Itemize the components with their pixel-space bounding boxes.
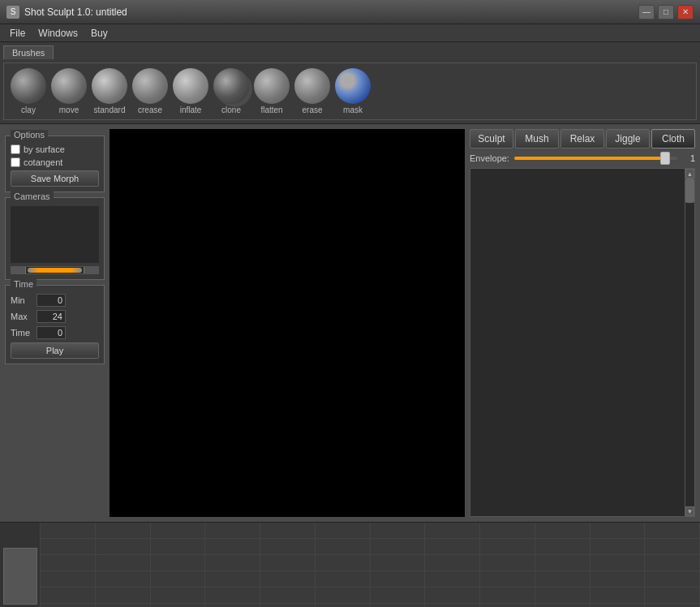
time-max-row: Max: [11, 310, 99, 323]
brush-clone[interactable]: clone: [213, 68, 249, 114]
brush-ball-standard: [92, 68, 127, 104]
timeline-cell: [205, 604, 260, 607]
timeline-cell: [205, 555, 260, 570]
menu-file[interactable]: File: [3, 26, 32, 41]
play-button[interactable]: Play: [11, 342, 99, 359]
brush-move[interactable]: move: [51, 68, 87, 114]
timeline-cell: [371, 523, 426, 538]
time-max-input[interactable]: [37, 310, 66, 323]
cameras-scroll-left[interactable]: [11, 267, 26, 273]
timeline-cell: [316, 571, 371, 587]
brush-ball-inflate: [173, 68, 208, 104]
timeline-cell: [316, 539, 371, 554]
timeline-cell: [96, 523, 151, 538]
timeline-left: [0, 523, 41, 607]
brush-crease[interactable]: crease: [132, 68, 168, 114]
time-time-input[interactable]: [37, 326, 66, 339]
timeline-cell: [535, 539, 590, 554]
timeline-cell: [371, 604, 426, 607]
timeline-thumb[interactable]: [3, 548, 37, 605]
keyframes-scrollbar-vertical[interactable]: ▲ ▼: [685, 169, 694, 516]
timeline-cell: [371, 588, 426, 603]
brushes-tab[interactable]: Brushes: [3, 45, 54, 59]
tab-mush[interactable]: Mush: [515, 129, 559, 149]
timeline-cell: [151, 539, 206, 554]
cameras-panel: Cameras: [5, 197, 105, 280]
save-morph-button[interactable]: Save Morph: [11, 170, 99, 187]
minimize-button[interactable]: —: [638, 5, 655, 19]
brush-label-clay: clay: [21, 105, 36, 114]
envelope-label: Envelope:: [470, 153, 509, 163]
scroll-up-button[interactable]: ▲: [685, 169, 694, 179]
close-button[interactable]: ✕: [677, 5, 694, 19]
mode-tabs: Sculpt Mush Relax Jiggle Cloth: [470, 129, 695, 149]
brush-ball-clone: [213, 68, 249, 104]
tab-sculpt[interactable]: Sculpt: [470, 129, 513, 149]
timeline-cell: [535, 555, 590, 570]
brush-ball-mask: [335, 68, 371, 104]
timeline-cell: [425, 523, 480, 538]
viewport[interactable]: [110, 129, 465, 517]
timeline-cell: [316, 604, 371, 607]
scroll-down-button[interactable]: ▼: [685, 506, 694, 516]
brush-label-erase: erase: [302, 105, 322, 114]
cameras-scroll-track: [28, 268, 82, 273]
time-min-input[interactable]: [37, 294, 66, 307]
timeline-cell: [645, 571, 700, 587]
timeline-cell: [41, 539, 96, 554]
timeline-cell: [260, 571, 316, 587]
options-title: Options: [11, 130, 48, 140]
brush-erase[interactable]: erase: [294, 68, 330, 114]
brush-clay[interactable]: clay: [11, 68, 46, 114]
cameras-scrollbar[interactable]: [11, 266, 99, 274]
menu-windows[interactable]: Windows: [32, 26, 84, 41]
by-surface-checkbox[interactable]: [11, 144, 20, 154]
timeline-main: [0, 523, 700, 607]
menubar: File Windows Buy: [0, 24, 700, 42]
tab-relax[interactable]: Relax: [560, 129, 604, 149]
menu-buy[interactable]: Buy: [84, 26, 114, 41]
brush-flatten[interactable]: flatten: [254, 68, 290, 114]
brush-inflate[interactable]: inflate: [173, 68, 208, 114]
timeline-cell: [96, 588, 151, 603]
timeline-cell: [535, 571, 590, 587]
brush-standard[interactable]: standard: [92, 68, 127, 114]
scroll-track-vertical: [685, 179, 694, 506]
scroll-thumb-vertical[interactable]: [685, 179, 694, 203]
timeline-cell: [151, 588, 206, 603]
cotangent-row: cotangent: [11, 157, 99, 167]
envelope-slider[interactable]: [514, 157, 677, 160]
timeline-cell: [260, 555, 316, 570]
timeline-cell: [260, 588, 316, 603]
timeline-cell: [151, 555, 206, 570]
time-panel: Time Min Max Time Play: [5, 285, 105, 364]
app-icon: S: [6, 6, 19, 19]
main-area: Options by surface cotangent Save Morph …: [0, 124, 700, 522]
cameras-title: Cameras: [11, 192, 54, 201]
timeline-cell: [205, 588, 260, 603]
options-panel: Options by surface cotangent Save Morph: [5, 136, 105, 192]
timeline-cell: [590, 523, 646, 538]
right-panel: Sculpt Mush Relax Jiggle Cloth Envelope:…: [465, 124, 700, 522]
time-time-row: Time: [11, 326, 99, 339]
brush-ball-clay: [11, 68, 46, 104]
cameras-scroll-right[interactable]: [84, 267, 98, 273]
timeline-cell: [590, 555, 646, 570]
brush-label-move: move: [59, 105, 79, 114]
time-max-label: Max: [11, 312, 33, 321]
titlebar: S Shot Sculpt 1.0: untitled — □ ✕: [0, 0, 700, 24]
time-min-row: Min: [11, 294, 99, 307]
tab-cloth[interactable]: Cloth: [651, 129, 695, 149]
timeline-cell: [480, 539, 535, 554]
cotangent-checkbox[interactable]: [11, 157, 20, 167]
cotangent-label: cotangent: [24, 157, 62, 167]
timeline-cell: [260, 604, 316, 607]
window-controls: — □ ✕: [638, 5, 694, 19]
brush-mask[interactable]: mask: [335, 68, 371, 114]
timeline-cell: [480, 588, 535, 603]
brush-label-mask: mask: [343, 105, 363, 114]
timeline-cell: [260, 523, 316, 538]
brush-label-clone: clone: [221, 105, 241, 114]
tab-jiggle[interactable]: Jiggle: [606, 129, 650, 149]
maximize-button[interactable]: □: [658, 5, 674, 19]
